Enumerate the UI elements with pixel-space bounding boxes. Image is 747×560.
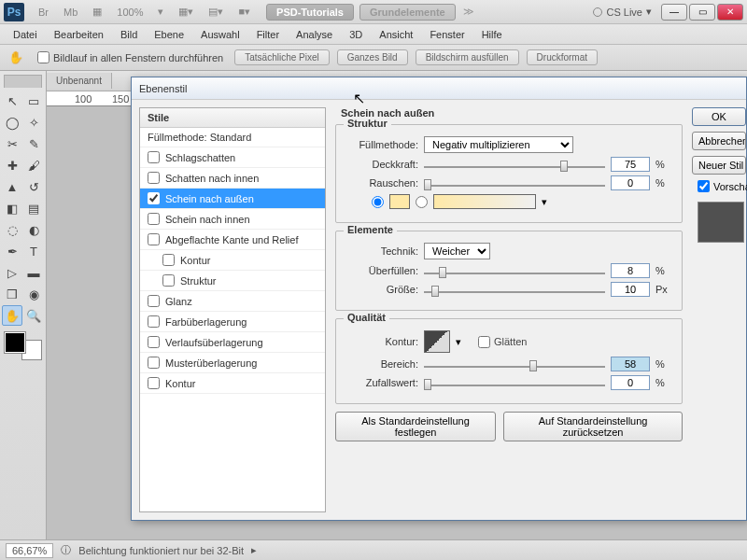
chevron-right-icon[interactable]: ≫ <box>463 6 474 18</box>
style-checkbox[interactable] <box>148 357 160 369</box>
eyedropper-tool-icon[interactable]: ✎ <box>23 133 44 154</box>
style-item[interactable]: Schlagschatten <box>140 147 325 168</box>
style-checkbox[interactable] <box>162 274 175 287</box>
menu-item[interactable]: Filter <box>249 27 287 42</box>
fg-color[interactable] <box>5 332 25 353</box>
style-item[interactable]: Schein nach innen <box>140 209 325 230</box>
menu-item[interactable]: Bearbeiten <box>47 27 111 42</box>
new-style-button[interactable]: Neuer Stil <box>692 156 746 175</box>
style-item[interactable]: Abgeflachte Kante und Relief <box>140 230 325 250</box>
stamp-tool-icon[interactable]: ▲ <box>2 176 22 197</box>
style-checkbox[interactable] <box>148 172 160 184</box>
option-pill[interactable]: Druckformat <box>527 49 598 65</box>
style-checkbox[interactable] <box>148 192 160 204</box>
cancel-button[interactable]: Abbrechen <box>692 132 746 150</box>
spread-slider[interactable] <box>424 263 605 278</box>
title-tool[interactable]: Mb <box>59 4 82 21</box>
dropdown-icon[interactable]: ▾ <box>456 336 461 348</box>
style-checkbox[interactable] <box>148 336 160 348</box>
gradient-radio[interactable]: ▾ <box>416 194 547 209</box>
brush-tool-icon[interactable]: 🖌 <box>23 155 44 175</box>
color-swatch[interactable] <box>5 332 42 360</box>
jitter-slider[interactable] <box>424 375 605 390</box>
contour-picker[interactable] <box>424 330 450 353</box>
style-item[interactable]: Schein nach außen <box>140 189 325 209</box>
style-item[interactable]: Glanz <box>140 291 325 312</box>
noise-slider[interactable] <box>424 175 605 190</box>
dialog-titlebar[interactable]: Ebenenstil <box>132 77 746 100</box>
minimize-button[interactable]: — <box>661 4 687 21</box>
spread-value[interactable]: 8 <box>611 263 650 278</box>
reset-default-button[interactable]: Auf Standardeinstellung zurücksetzen <box>503 412 683 441</box>
solid-color-radio[interactable] <box>372 194 410 209</box>
ok-button[interactable]: OK <box>692 107 746 126</box>
size-value[interactable]: 10 <box>611 282 650 297</box>
option-pill[interactable]: Tatsächliche Pixel <box>234 49 329 65</box>
title-tool[interactable]: ■▾ <box>233 3 255 21</box>
wand-tool-icon[interactable]: ✧ <box>23 112 44 133</box>
option-pill[interactable]: Bildschirm ausfüllen <box>416 49 519 65</box>
dodge-tool-icon[interactable]: ◐ <box>23 219 44 240</box>
blend-mode-select[interactable]: Negativ multiplizieren <box>424 136 573 153</box>
option-pill[interactable]: Ganzes Bild <box>337 49 408 65</box>
style-item[interactable]: Füllmethode: Standard <box>140 128 325 147</box>
menu-item[interactable]: Analyse <box>289 27 340 42</box>
shape-tool-icon[interactable]: ▬ <box>23 262 44 283</box>
gradient-tool-icon[interactable]: ▤ <box>23 198 44 218</box>
zoom-tool-icon[interactable]: 🔍 <box>23 305 44 326</box>
toolbox-tab[interactable] <box>4 75 42 88</box>
hand-tool-icon[interactable]: ✋ <box>2 305 22 326</box>
menu-item[interactable]: Datei <box>6 27 45 42</box>
menu-item[interactable]: 3D <box>342 27 370 42</box>
style-checkbox[interactable] <box>162 254 175 266</box>
styles-header[interactable]: Stile <box>140 108 325 128</box>
noise-value[interactable]: 0 <box>611 175 650 190</box>
opacity-slider[interactable] <box>424 157 605 172</box>
type-tool-icon[interactable]: T <box>23 241 44 261</box>
style-item[interactable]: Verlaufsüberlagerung <box>140 332 325 353</box>
style-checkbox[interactable] <box>148 315 160 328</box>
style-checkbox[interactable] <box>148 377 160 389</box>
crop-tool-icon[interactable]: ✂ <box>2 133 22 154</box>
document-tab[interactable]: Unbenannt <box>47 73 112 89</box>
menu-item[interactable]: Hilfe <box>474 27 510 42</box>
menu-item[interactable]: Bild <box>113 27 145 42</box>
scroll-all-windows-checkbox[interactable]: Bildlauf in allen Fenstern durchführen <box>37 51 223 63</box>
make-default-button[interactable]: Als Standardeinstellung festlegen <box>335 412 496 441</box>
marquee-tool-icon[interactable]: ▭ <box>23 91 44 111</box>
pen-tool-icon[interactable]: ✒ <box>2 241 22 261</box>
style-item[interactable]: Musterüberlagerung <box>140 353 325 373</box>
style-item[interactable]: Kontur <box>140 250 325 271</box>
title-tool[interactable]: ▦▾ <box>174 3 198 21</box>
mode-tab[interactable]: PSD-Tutorials <box>266 4 354 21</box>
antialias-checkbox[interactable]: Glätten <box>478 336 527 348</box>
menu-item[interactable]: Ebene <box>147 27 191 42</box>
lasso-tool-icon[interactable]: ◯ <box>2 112 22 133</box>
title-tool[interactable]: Br <box>34 4 53 21</box>
blur-tool-icon[interactable]: ◌ <box>2 219 22 240</box>
dropdown-icon[interactable]: ▸ <box>251 544 257 556</box>
camera-tool-icon[interactable]: ◉ <box>23 284 44 304</box>
close-button[interactable]: ✕ <box>717 4 743 21</box>
style-checkbox[interactable] <box>148 233 160 245</box>
style-item[interactable]: Kontur <box>140 373 325 394</box>
range-slider[interactable] <box>424 357 605 371</box>
menu-item[interactable]: Fenster <box>422 27 472 42</box>
opacity-value[interactable]: 75 <box>611 157 650 172</box>
glow-color-swatch[interactable] <box>389 194 410 209</box>
hand-tool-icon[interactable]: ✋ <box>6 48 26 68</box>
move-tool-icon[interactable]: ↖ <box>2 91 22 111</box>
eraser-tool-icon[interactable]: ◧ <box>2 198 22 218</box>
style-item[interactable]: Struktur <box>140 271 325 291</box>
preview-checkbox[interactable]: Vorschau <box>692 180 746 192</box>
title-tool[interactable]: ▦ <box>88 3 106 21</box>
range-value[interactable]: 58 <box>611 357 650 371</box>
cs-live[interactable]: CS Live ▾ <box>593 6 652 18</box>
style-checkbox[interactable] <box>148 295 160 307</box>
style-item[interactable]: Farbüberlagerung <box>140 312 325 332</box>
menu-item[interactable]: Auswahl <box>193 27 247 42</box>
jitter-value[interactable]: 0 <box>611 375 650 390</box>
menu-item[interactable]: Ansicht <box>372 27 420 42</box>
glow-gradient-swatch[interactable] <box>433 194 536 209</box>
technique-select[interactable]: Weicher <box>424 243 490 259</box>
